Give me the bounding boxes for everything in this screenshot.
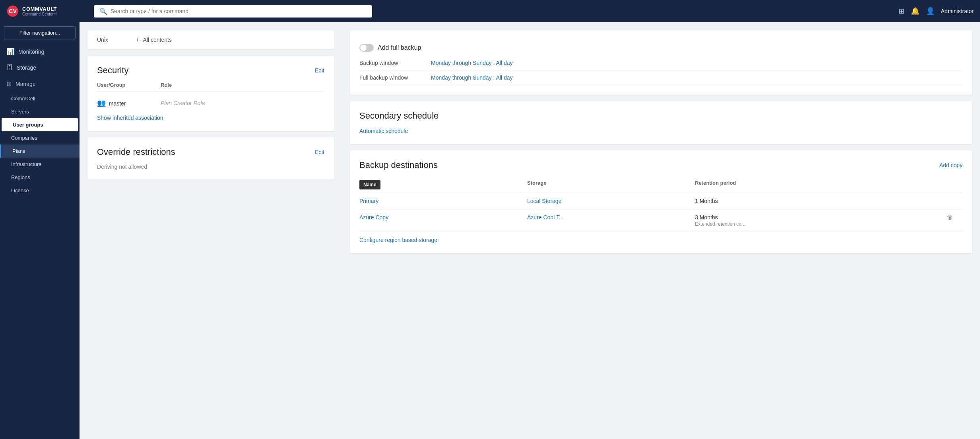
sidebar-sub-companies[interactable]: Companies: [0, 131, 80, 144]
sidebar-sub-servers[interactable]: Servers: [0, 105, 80, 118]
logo-subtitle: Command Center™: [22, 12, 58, 16]
search-bar[interactable]: 🔍: [94, 5, 372, 18]
admin-label: Administrator: [941, 8, 974, 14]
deriving-text: Deriving not allowed: [97, 164, 324, 170]
col-user-group: User/Group: [97, 82, 145, 88]
security-title: Security: [97, 65, 128, 76]
sidebar-item-manage[interactable]: ⊞ Manage: [0, 76, 80, 92]
security-card: Security Edit User/Group Role 👥 master P…: [87, 56, 334, 131]
secondary-schedule-header: Secondary schedule: [359, 111, 963, 121]
dest-table-header: Name Storage Retention period: [359, 177, 963, 193]
override-card: Override restrictions Edit Deriving not …: [87, 137, 334, 180]
sidebar-sub-commcell[interactable]: CommCell: [0, 92, 80, 105]
grid-icon[interactable]: ⊞: [898, 7, 904, 16]
sidebar: Filter navigation... 📊 Monitoring 🗄 Stor…: [0, 22, 80, 439]
commvault-logo-icon: CV: [6, 5, 19, 18]
unix-path: / - All contents: [137, 37, 172, 43]
search-icon: 🔍: [99, 8, 107, 15]
toggle-row: Add full backup: [359, 40, 963, 56]
storage-icon: 🗄: [6, 64, 13, 71]
override-card-header: Override restrictions Edit: [97, 147, 324, 157]
configure-region-link[interactable]: Configure region based storage: [359, 237, 437, 243]
dest-primary-name[interactable]: Primary: [359, 198, 527, 204]
backup-destinations-title: Backup destinations: [359, 160, 438, 170]
security-table-row: 👥 master Plan Creator Role: [97, 96, 324, 110]
left-panel: Unix / - All contents Security Edit User…: [80, 22, 342, 439]
sidebar-sub-regions[interactable]: Regions: [0, 171, 80, 184]
col-role: Role: [161, 82, 208, 88]
add-full-backup-label: Add full backup: [378, 44, 421, 51]
delete-azure-copy-button[interactable]: 🗑: [947, 214, 963, 221]
security-edit-button[interactable]: Edit: [315, 67, 324, 74]
full-backup-window-label: Full backup window: [359, 74, 423, 81]
dest-azure-storage[interactable]: Azure Cool T...: [527, 214, 695, 220]
sidebar-item-monitoring[interactable]: 📊 Monitoring: [0, 43, 80, 60]
right-panel: Add full backup Backup window Monday thr…: [342, 22, 980, 439]
dest-row-primary: Primary Local Storage 1 Months: [359, 193, 963, 209]
unix-row: Unix / - All contents: [87, 30, 334, 49]
dest-col-retention: Retention period: [695, 180, 947, 189]
dest-primary-retention: 1 Months: [695, 198, 947, 204]
full-backup-window-value[interactable]: Monday through Sunday : All day: [431, 74, 512, 81]
dest-primary-storage[interactable]: Local Storage: [527, 198, 695, 204]
filter-nav-button[interactable]: Filter navigation...: [4, 26, 76, 39]
dest-row-azure: Azure Copy Azure Cool T... 3 Months Exte…: [359, 209, 963, 232]
sidebar-sub-plans[interactable]: Plans: [0, 144, 80, 158]
sidebar-item-monitoring-label: Monitoring: [18, 49, 44, 55]
monitoring-icon: 📊: [6, 48, 14, 55]
role-cell: Plan Creator Role: [161, 100, 208, 106]
user-cell: 👥 master: [97, 99, 145, 107]
name-tooltip: Name: [359, 180, 380, 189]
sidebar-item-storage-label: Storage: [17, 64, 36, 71]
sidebar-sub-infrastructure[interactable]: Infrastructure: [0, 158, 80, 171]
backup-window-label: Backup window: [359, 60, 423, 66]
logo-area: CV COMMVAULT Command Center™: [6, 5, 86, 18]
main-layout: Filter navigation... 📊 Monitoring 🗄 Stor…: [0, 22, 980, 439]
override-title: Override restrictions: [97, 147, 175, 157]
security-table-header: User/Group Role: [97, 82, 324, 92]
header: CV COMMVAULT Command Center™ 🔍 ⊞ 🔔 👤 Adm…: [0, 0, 980, 22]
backup-window-value[interactable]: Monday through Sunday : All day: [431, 60, 512, 66]
sidebar-item-manage-label: Manage: [16, 81, 36, 87]
override-edit-button[interactable]: Edit: [315, 149, 324, 155]
auto-schedule-link[interactable]: Automatic schedule: [359, 128, 408, 134]
backup-destinations-card: Backup destinations Add copy Name Storag…: [350, 150, 972, 253]
search-input[interactable]: [111, 8, 367, 14]
user-avatar-icon[interactable]: 👤: [926, 7, 935, 16]
group-icon: 👥: [97, 99, 106, 107]
secondary-schedule-card: Secondary schedule Automatic schedule: [350, 101, 972, 144]
security-card-header: Security Edit: [97, 65, 324, 76]
manage-icon: ⊞: [6, 80, 12, 88]
secondary-schedule-title: Secondary schedule: [359, 111, 439, 121]
svg-text:CV: CV: [9, 8, 17, 14]
dest-azure-name[interactable]: Azure Copy: [359, 214, 527, 220]
header-actions: ⊞ 🔔 👤 Administrator: [898, 7, 974, 16]
dest-col-name: Name: [359, 180, 527, 189]
show-inherited-link[interactable]: Show inherited association: [97, 115, 163, 121]
dest-azure-retention: 3 Months Extended retention co...: [695, 214, 947, 227]
add-copy-button[interactable]: Add copy: [939, 162, 963, 168]
dest-col-storage: Storage: [527, 180, 695, 189]
sidebar-sub-license[interactable]: License: [0, 184, 80, 197]
add-full-backup-toggle[interactable]: [359, 44, 374, 52]
content-area: Unix / - All contents Security Edit User…: [80, 22, 980, 439]
full-backup-window-row: Full backup window Monday through Sunday…: [359, 70, 963, 85]
bell-icon[interactable]: 🔔: [911, 7, 920, 16]
backup-window-row: Backup window Monday through Sunday : Al…: [359, 56, 963, 70]
dest-header: Backup destinations Add copy: [359, 160, 963, 170]
sidebar-sub-user-groups[interactable]: User groups: [2, 118, 78, 131]
user-value: master: [109, 100, 126, 107]
backup-window-card: Add full backup Backup window Monday thr…: [350, 30, 972, 95]
logo-name: COMMVAULT: [22, 6, 58, 12]
unix-label: Unix: [97, 37, 129, 43]
sidebar-item-storage[interactable]: 🗄 Storage: [0, 60, 80, 76]
